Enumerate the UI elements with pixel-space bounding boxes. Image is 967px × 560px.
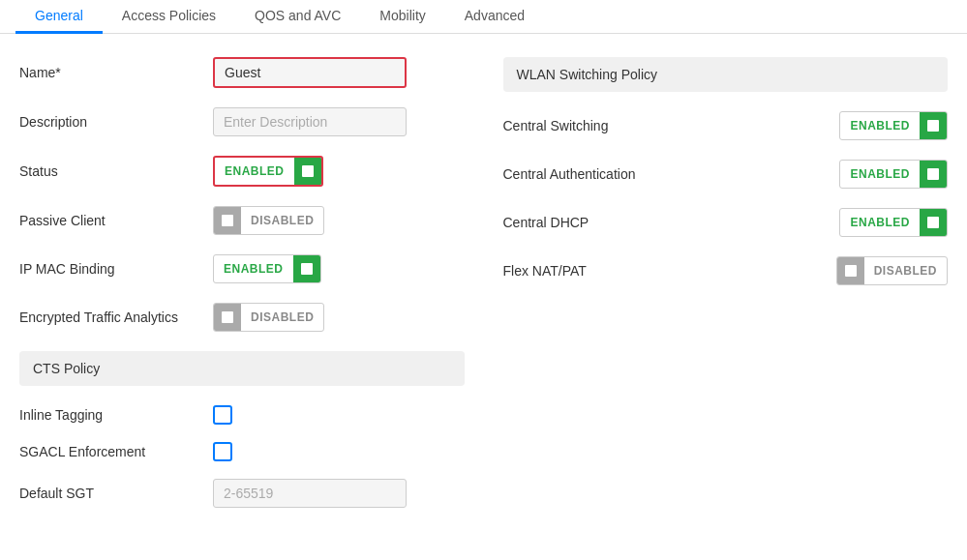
name-row: Name* [19, 57, 465, 88]
svg-rect-1 [222, 215, 233, 226]
central-switching-row: Central Switching ENABLED [503, 111, 949, 140]
inline-tagging-checkbox[interactable] [213, 405, 232, 425]
tab-mobility[interactable]: Mobility [360, 0, 444, 34]
description-label: Description [19, 114, 213, 130]
encrypted-traffic-toggle-box [214, 304, 241, 331]
ip-mac-binding-control: ENABLED [213, 254, 465, 283]
status-label: Status [19, 163, 213, 179]
central-dhcp-toggle-box [920, 209, 947, 236]
sgacl-enforcement-label: SGACL Enforcement [19, 444, 213, 459]
flex-nat-row: Flex NAT/PAT DISABLED [503, 256, 949, 285]
description-row: Description [19, 107, 465, 136]
wlan-switching-header: WLAN Switching Policy [503, 57, 949, 92]
central-auth-toggle-box [920, 161, 947, 188]
central-dhcp-toggle[interactable]: ENABLED [839, 208, 948, 237]
inline-tagging-label: Inline Tagging [19, 407, 213, 423]
main-content: Name* Description Status ENABLED [0, 34, 967, 546]
central-switching-toggle[interactable]: ENABLED [839, 111, 948, 140]
flex-nat-toggle-box [837, 257, 864, 284]
passive-client-toggle-label: DISABLED [241, 209, 323, 232]
status-toggle-label: ENABLED [215, 160, 294, 183]
status-control: ENABLED [213, 156, 465, 187]
description-input[interactable] [213, 107, 407, 136]
svg-rect-5 [927, 168, 939, 180]
cts-policy-header: CTS Policy [19, 351, 465, 386]
svg-rect-4 [927, 120, 939, 132]
central-switching-label: Central Switching [503, 118, 840, 133]
svg-rect-3 [222, 311, 233, 323]
left-panel: Name* Description Status ENABLED [19, 57, 465, 527]
ip-mac-binding-toggle-label: ENABLED [214, 257, 293, 280]
ip-mac-binding-label: IP MAC Binding [19, 261, 213, 277]
central-switching-toggle-label: ENABLED [840, 114, 920, 137]
flex-nat-label: Flex NAT/PAT [503, 263, 836, 279]
encrypted-traffic-row: Encrypted Traffic Analytics DISABLED [19, 303, 465, 332]
central-dhcp-row: Central DHCP ENABLED [503, 208, 949, 237]
encrypted-traffic-label: Encrypted Traffic Analytics [19, 309, 213, 325]
central-dhcp-toggle-label: ENABLED [840, 211, 920, 234]
sgacl-enforcement-row: SGACL Enforcement [19, 442, 465, 461]
passive-client-control: DISABLED [213, 206, 465, 235]
central-switching-toggle-box [920, 112, 947, 139]
central-auth-toggle-label: ENABLED [840, 162, 920, 186]
default-sgt-row: Default SGT [19, 479, 465, 508]
passive-client-toggle[interactable]: DISABLED [213, 206, 324, 235]
ip-mac-binding-toggle[interactable]: ENABLED [213, 254, 321, 283]
central-auth-row: Central Authentication ENABLED [503, 160, 949, 189]
svg-rect-6 [927, 217, 939, 228]
svg-rect-7 [845, 265, 857, 277]
tab-general[interactable]: General [15, 0, 103, 34]
right-panel: WLAN Switching Policy Central Switching … [503, 57, 949, 527]
flex-nat-toggle[interactable]: DISABLED [836, 256, 948, 285]
encrypted-traffic-control: DISABLED [213, 303, 465, 332]
status-toggle-box [294, 158, 321, 185]
passive-client-toggle-box [214, 207, 241, 234]
tab-advanced[interactable]: Advanced [445, 0, 544, 34]
status-row: Status ENABLED [19, 156, 465, 187]
ip-mac-binding-row: IP MAC Binding ENABLED [19, 254, 465, 283]
description-control [213, 107, 465, 136]
ip-mac-binding-toggle-box [293, 255, 320, 282]
central-dhcp-label: Central DHCP [503, 215, 840, 230]
name-input[interactable] [213, 57, 407, 88]
default-sgt-input[interactable] [213, 479, 407, 508]
flex-nat-toggle-label: DISABLED [864, 259, 947, 282]
central-auth-label: Central Authentication [503, 166, 840, 182]
default-sgt-control [213, 479, 465, 508]
name-control [213, 57, 465, 88]
default-sgt-label: Default SGT [19, 486, 213, 501]
svg-rect-0 [302, 165, 314, 177]
passive-client-label: Passive Client [19, 213, 213, 228]
name-label: Name* [19, 65, 213, 80]
svg-rect-2 [301, 263, 313, 275]
tab-bar: General Access Policies QOS and AVC Mobi… [0, 0, 967, 34]
status-toggle[interactable]: ENABLED [213, 156, 323, 187]
sgacl-enforcement-checkbox[interactable] [213, 442, 232, 461]
encrypted-traffic-toggle[interactable]: DISABLED [213, 303, 324, 332]
encrypted-traffic-toggle-label: DISABLED [241, 306, 323, 329]
inline-tagging-row: Inline Tagging [19, 405, 465, 425]
central-auth-toggle[interactable]: ENABLED [839, 160, 948, 189]
passive-client-row: Passive Client DISABLED [19, 206, 465, 235]
tab-qos-avc[interactable]: QOS and AVC [235, 0, 360, 34]
tab-access-policies[interactable]: Access Policies [103, 0, 235, 34]
